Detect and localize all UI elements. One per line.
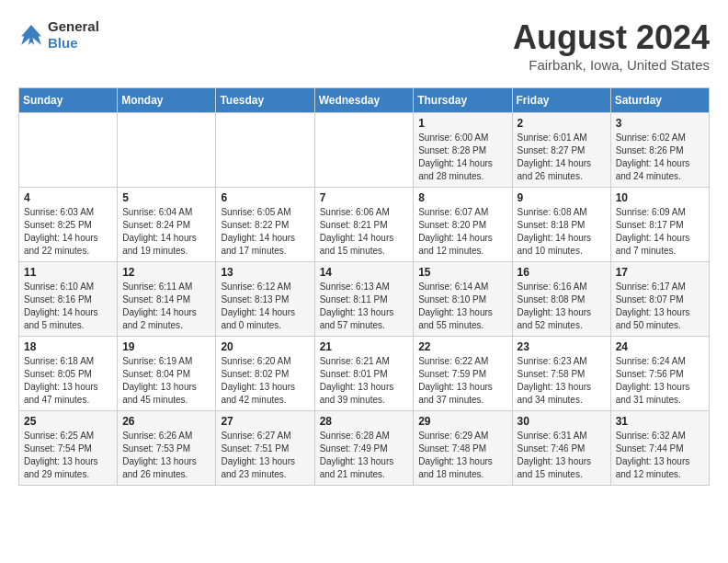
day-number: 6 bbox=[221, 191, 309, 204]
header-cell-friday: Friday bbox=[512, 88, 610, 113]
day-number: 9 bbox=[518, 191, 606, 204]
day-info: Sunrise: 6:08 AMSunset: 8:18 PMDaylight:… bbox=[518, 206, 606, 258]
day-cell: 25Sunrise: 6:25 AMSunset: 7:54 PMDayligh… bbox=[19, 411, 118, 486]
day-number: 4 bbox=[24, 191, 112, 204]
calendar-header-row: SundayMondayTuesdayWednesdayThursdayFrid… bbox=[19, 88, 710, 113]
header-cell-wednesday: Wednesday bbox=[314, 88, 414, 113]
day-info: Sunrise: 6:09 AMSunset: 8:17 PMDaylight:… bbox=[616, 206, 704, 258]
day-cell: 24Sunrise: 6:24 AMSunset: 7:56 PMDayligh… bbox=[610, 337, 709, 411]
day-cell: 4Sunrise: 6:03 AMSunset: 8:25 PMDaylight… bbox=[19, 188, 118, 262]
day-cell: 16Sunrise: 6:16 AMSunset: 8:08 PMDayligh… bbox=[512, 262, 610, 337]
day-cell: 12Sunrise: 6:11 AMSunset: 8:14 PMDayligh… bbox=[118, 262, 216, 337]
day-cell: 21Sunrise: 6:21 AMSunset: 8:01 PMDayligh… bbox=[314, 337, 414, 411]
day-cell: 31Sunrise: 6:32 AMSunset: 7:44 PMDayligh… bbox=[610, 411, 709, 486]
day-number: 17 bbox=[616, 266, 704, 279]
day-cell bbox=[19, 113, 118, 188]
header-cell-monday: Monday bbox=[118, 88, 216, 113]
svg-marker-0 bbox=[21, 25, 41, 45]
header-cell-thursday: Thursday bbox=[414, 88, 512, 113]
day-info: Sunrise: 6:18 AMSunset: 8:05 PMDaylight:… bbox=[24, 355, 112, 407]
calendar-table: SundayMondayTuesdayWednesdayThursdayFrid… bbox=[18, 87, 710, 486]
day-info: Sunrise: 6:26 AMSunset: 7:53 PMDaylight:… bbox=[122, 430, 210, 481]
day-number: 16 bbox=[518, 266, 606, 279]
day-info: Sunrise: 6:05 AMSunset: 8:22 PMDaylight:… bbox=[221, 206, 309, 258]
logo-text-general: General bbox=[48, 18, 99, 34]
day-cell: 2Sunrise: 6:01 AMSunset: 8:27 PMDaylight… bbox=[512, 113, 610, 188]
day-info: Sunrise: 6:11 AMSunset: 8:14 PMDaylight:… bbox=[122, 281, 210, 332]
day-number: 27 bbox=[221, 415, 309, 428]
day-number: 10 bbox=[616, 191, 704, 204]
day-info: Sunrise: 6:12 AMSunset: 8:13 PMDaylight:… bbox=[221, 281, 309, 332]
day-cell: 6Sunrise: 6:05 AMSunset: 8:22 PMDaylight… bbox=[216, 188, 314, 262]
day-number: 1 bbox=[418, 117, 506, 130]
day-cell: 15Sunrise: 6:14 AMSunset: 8:10 PMDayligh… bbox=[414, 262, 512, 337]
day-cell bbox=[314, 113, 414, 188]
day-number: 20 bbox=[221, 340, 309, 353]
logo-text-blue: Blue bbox=[48, 35, 78, 51]
day-cell: 18Sunrise: 6:18 AMSunset: 8:05 PMDayligh… bbox=[19, 337, 118, 411]
day-number: 13 bbox=[221, 266, 309, 279]
day-cell: 7Sunrise: 6:06 AMSunset: 8:21 PMDaylight… bbox=[314, 188, 414, 262]
day-cell: 19Sunrise: 6:19 AMSunset: 8:04 PMDayligh… bbox=[118, 337, 216, 411]
week-row-2: 4Sunrise: 6:03 AMSunset: 8:25 PMDaylight… bbox=[19, 188, 710, 262]
calendar-title: August 2024 bbox=[513, 18, 710, 57]
header-cell-saturday: Saturday bbox=[610, 88, 709, 113]
day-info: Sunrise: 6:25 AMSunset: 7:54 PMDaylight:… bbox=[24, 430, 112, 481]
day-cell: 26Sunrise: 6:26 AMSunset: 7:53 PMDayligh… bbox=[118, 411, 216, 486]
day-info: Sunrise: 6:16 AMSunset: 8:08 PMDaylight:… bbox=[518, 281, 606, 332]
day-cell: 14Sunrise: 6:13 AMSunset: 8:11 PMDayligh… bbox=[314, 262, 414, 337]
day-info: Sunrise: 6:14 AMSunset: 8:10 PMDaylight:… bbox=[418, 281, 506, 332]
day-cell: 8Sunrise: 6:07 AMSunset: 8:20 PMDaylight… bbox=[414, 188, 512, 262]
day-number: 8 bbox=[418, 191, 506, 204]
day-info: Sunrise: 6:28 AMSunset: 7:49 PMDaylight:… bbox=[320, 430, 409, 481]
day-cell: 1Sunrise: 6:00 AMSunset: 8:28 PMDaylight… bbox=[414, 113, 512, 188]
page-header: General Blue August 2024 Fairbank, Iowa,… bbox=[18, 18, 710, 73]
day-info: Sunrise: 6:00 AMSunset: 8:28 PMDaylight:… bbox=[418, 132, 506, 183]
day-info: Sunrise: 6:20 AMSunset: 8:02 PMDaylight:… bbox=[221, 355, 309, 407]
day-info: Sunrise: 6:04 AMSunset: 8:24 PMDaylight:… bbox=[122, 206, 210, 258]
day-cell: 22Sunrise: 6:22 AMSunset: 7:59 PMDayligh… bbox=[414, 337, 512, 411]
day-number: 23 bbox=[518, 340, 606, 353]
day-number: 11 bbox=[24, 266, 112, 279]
day-info: Sunrise: 6:10 AMSunset: 8:16 PMDaylight:… bbox=[24, 281, 112, 332]
day-info: Sunrise: 6:06 AMSunset: 8:21 PMDaylight:… bbox=[320, 206, 409, 258]
day-number: 22 bbox=[418, 340, 506, 353]
day-info: Sunrise: 6:31 AMSunset: 7:46 PMDaylight:… bbox=[518, 430, 606, 481]
day-number: 24 bbox=[616, 340, 704, 353]
header-cell-sunday: Sunday bbox=[19, 88, 118, 113]
day-info: Sunrise: 6:17 AMSunset: 8:07 PMDaylight:… bbox=[616, 281, 704, 332]
day-cell: 13Sunrise: 6:12 AMSunset: 8:13 PMDayligh… bbox=[216, 262, 314, 337]
day-number: 2 bbox=[518, 117, 606, 130]
day-number: 5 bbox=[122, 191, 210, 204]
title-block: August 2024 Fairbank, Iowa, United State… bbox=[513, 18, 710, 73]
day-number: 18 bbox=[24, 340, 112, 353]
logo: General Blue bbox=[18, 18, 99, 52]
day-cell: 27Sunrise: 6:27 AMSunset: 7:51 PMDayligh… bbox=[216, 411, 314, 486]
day-info: Sunrise: 6:21 AMSunset: 8:01 PMDaylight:… bbox=[320, 355, 409, 407]
day-number: 19 bbox=[122, 340, 210, 353]
week-row-3: 11Sunrise: 6:10 AMSunset: 8:16 PMDayligh… bbox=[19, 262, 710, 337]
day-cell: 29Sunrise: 6:29 AMSunset: 7:48 PMDayligh… bbox=[414, 411, 512, 486]
day-cell: 9Sunrise: 6:08 AMSunset: 8:18 PMDaylight… bbox=[512, 188, 610, 262]
day-info: Sunrise: 6:23 AMSunset: 7:58 PMDaylight:… bbox=[518, 355, 606, 407]
week-row-1: 1Sunrise: 6:00 AMSunset: 8:28 PMDaylight… bbox=[19, 113, 710, 188]
day-info: Sunrise: 6:32 AMSunset: 7:44 PMDaylight:… bbox=[616, 430, 704, 481]
calendar-subtitle: Fairbank, Iowa, United States bbox=[513, 57, 710, 73]
day-cell: 20Sunrise: 6:20 AMSunset: 8:02 PMDayligh… bbox=[216, 337, 314, 411]
day-cell: 5Sunrise: 6:04 AMSunset: 8:24 PMDaylight… bbox=[118, 188, 216, 262]
day-info: Sunrise: 6:27 AMSunset: 7:51 PMDaylight:… bbox=[221, 430, 309, 481]
day-number: 26 bbox=[122, 415, 210, 428]
day-number: 25 bbox=[24, 415, 112, 428]
day-info: Sunrise: 6:19 AMSunset: 8:04 PMDaylight:… bbox=[122, 355, 210, 407]
day-cell: 23Sunrise: 6:23 AMSunset: 7:58 PMDayligh… bbox=[512, 337, 610, 411]
day-info: Sunrise: 6:07 AMSunset: 8:20 PMDaylight:… bbox=[418, 206, 506, 258]
day-cell: 28Sunrise: 6:28 AMSunset: 7:49 PMDayligh… bbox=[314, 411, 414, 486]
day-number: 28 bbox=[320, 415, 409, 428]
day-number: 7 bbox=[320, 191, 409, 204]
header-cell-tuesday: Tuesday bbox=[216, 88, 314, 113]
logo-icon bbox=[18, 22, 44, 48]
day-number: 30 bbox=[518, 415, 606, 428]
day-info: Sunrise: 6:29 AMSunset: 7:48 PMDaylight:… bbox=[418, 430, 506, 481]
day-info: Sunrise: 6:01 AMSunset: 8:27 PMDaylight:… bbox=[518, 132, 606, 183]
day-info: Sunrise: 6:13 AMSunset: 8:11 PMDaylight:… bbox=[320, 281, 409, 332]
